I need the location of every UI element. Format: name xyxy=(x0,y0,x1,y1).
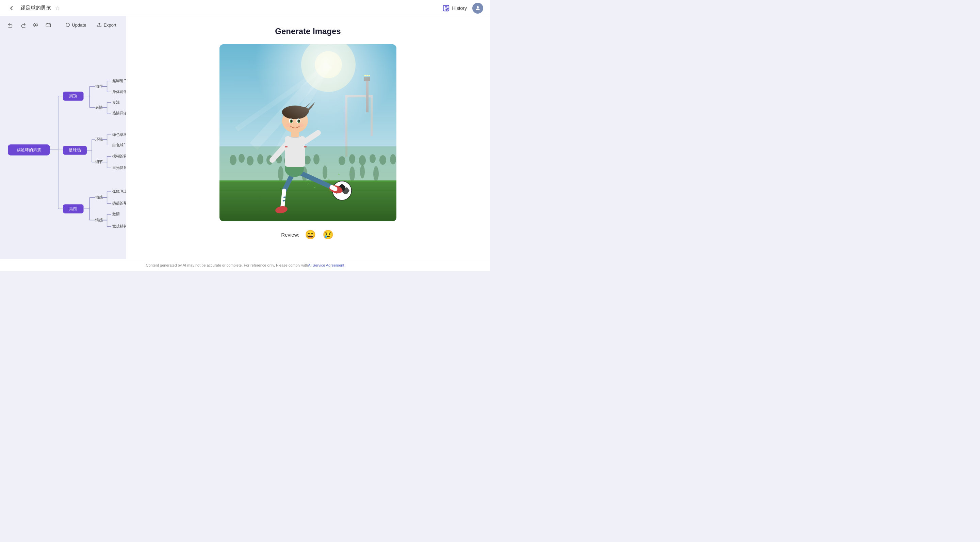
svg-point-2 xyxy=(477,6,479,8)
leaf-ball: 弧线飞出的足球 xyxy=(112,189,126,193)
cat-environment: 环境 xyxy=(95,137,103,141)
leaf-kick: 起脚射门 xyxy=(112,79,126,83)
happy-reaction-button[interactable]: 😄 xyxy=(304,228,317,241)
leaf-crowd: 模糊的背景观众 xyxy=(112,154,126,158)
leaf-excitement: 激情 xyxy=(112,212,120,216)
update-button[interactable]: Update xyxy=(61,21,90,29)
export-label: Export xyxy=(103,22,116,27)
review-label: Review: xyxy=(281,232,299,238)
cat-detail: 细节 xyxy=(95,160,103,164)
mindmap-canvas[interactable]: 踢足球的男孩 男孩 动作 起脚射门 身体前倾 表情 xyxy=(0,33,126,259)
footer-text: Content generated by AI may not be accur… xyxy=(146,263,308,267)
leaf-spirit: 竞技精神 xyxy=(112,224,126,228)
review-section: Review: 😄 😢 xyxy=(281,228,334,241)
leaf-goal: 白色球门 xyxy=(112,143,126,147)
ai-service-link[interactable]: AI Service Agreement xyxy=(308,263,344,267)
leaf-lean: 身体前倾 xyxy=(112,89,126,94)
back-button[interactable] xyxy=(7,3,16,13)
cat-action: 动作 xyxy=(95,84,103,88)
cat-emotion: 情感 xyxy=(95,218,103,222)
branch-boy: 男孩 xyxy=(69,94,77,99)
svg-rect-5 xyxy=(46,24,50,27)
right-panel: Generate Images xyxy=(126,16,490,259)
branch-field: 足球场 xyxy=(69,148,81,153)
delete-button[interactable] xyxy=(43,20,53,30)
cat-expression: 表情 xyxy=(95,105,103,109)
redo-button[interactable] xyxy=(18,20,28,30)
toolbar: Update Export xyxy=(0,16,126,33)
history-label: History xyxy=(452,5,467,11)
svg-rect-3 xyxy=(34,24,35,26)
history-button[interactable]: History xyxy=(442,5,467,12)
branch-atmosphere: 氛围 xyxy=(69,206,77,211)
leaf-turf: 扬起的草屑 xyxy=(112,201,126,205)
header-left: 踢足球的男孩 ☆ xyxy=(7,3,60,13)
leaf-passion: 热情洋溢 xyxy=(112,111,126,115)
left-panel: Update Export 踢足球的男孩 xyxy=(0,16,126,259)
avatar[interactable] xyxy=(472,3,483,14)
cat-dynamic: 动感 xyxy=(95,195,103,199)
page-title: 踢足球的男孩 xyxy=(21,5,51,11)
update-label: Update xyxy=(72,22,86,27)
leaf-sunlight: 日光斜射 xyxy=(112,166,126,169)
undo-button[interactable] xyxy=(5,20,15,30)
export-button[interactable]: Export xyxy=(93,21,121,29)
root-node: 踢足球的男孩 xyxy=(17,147,41,152)
main-content: Update Export 踢足球的男孩 xyxy=(0,16,490,259)
header-right: History xyxy=(442,3,483,14)
generate-title: Generate Images xyxy=(275,27,340,36)
sad-reaction-button[interactable]: 😢 xyxy=(321,228,335,241)
generated-image xyxy=(220,44,396,221)
svg-rect-92 xyxy=(220,44,396,221)
leaf-focus: 专注 xyxy=(112,100,120,104)
footer: Content generated by AI may not be accur… xyxy=(0,259,490,271)
leaf-grass: 绿色草坪 xyxy=(112,132,126,137)
svg-rect-4 xyxy=(36,24,38,26)
insert-button[interactable] xyxy=(30,20,40,30)
star-icon[interactable]: ☆ xyxy=(55,5,60,11)
header: 踢足球的男孩 ☆ History xyxy=(0,0,490,16)
